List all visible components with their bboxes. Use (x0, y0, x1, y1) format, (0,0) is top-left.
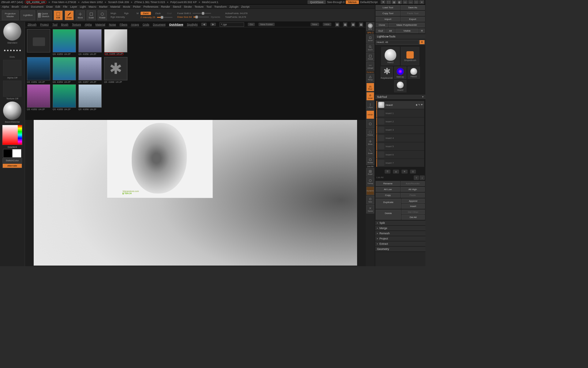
copy-subtool-button[interactable]: Copy (376, 193, 400, 197)
move-down-button[interactable]: ↓ (420, 175, 425, 180)
move-up-button[interactable]: ↑ (414, 175, 419, 180)
lightbox-button[interactable]: LightBox (21, 10, 35, 20)
thumb-item[interactable] (27, 29, 50, 56)
browser-tab-noise[interactable]: Noise (109, 23, 116, 26)
document[interactable]: 3dscanstore.com▮ TEN 24 (34, 120, 357, 266)
menu-light[interactable]: Light (80, 5, 86, 8)
menu-stroke[interactable]: Stroke (184, 5, 192, 8)
thumb-item[interactable]: QS_41051_UH.ZP (27, 57, 50, 83)
goz-all-button[interactable]: All (386, 29, 395, 33)
browser-tab-tool[interactable]: Tool (52, 23, 58, 26)
persp-button[interactable]: Persp (366, 74, 374, 82)
draw-size-slider[interactable] (194, 17, 209, 17)
browser-tab-texture[interactable]: Texture (72, 23, 81, 26)
menu-brush[interactable]: Brush (12, 5, 19, 8)
browser-tab-project[interactable]: Project (40, 23, 49, 26)
make-polymesh-button[interactable]: Make PolyMesh3D (389, 23, 425, 27)
stroke-dots[interactable] (3, 46, 21, 55)
new-folder-button[interactable]: New Folder (258, 23, 275, 26)
frame-button[interactable]: Frame (366, 129, 374, 137)
tool-name[interactable]: Head2. 48 (376, 40, 419, 44)
subtool-row[interactable]: Insert 3 (376, 126, 424, 134)
seethrough-slider[interactable]: See-through 0 (327, 1, 345, 4)
menu-draw[interactable]: Draw (46, 5, 53, 8)
browser-next-button[interactable]: ▶ (210, 23, 216, 26)
brush-icon[interactable]: ✎ (418, 104, 420, 106)
dynamic-button[interactable]: Dynamic (366, 186, 374, 195)
rotate-nav-button[interactable]: Rotate (366, 156, 374, 165)
down-all-button[interactable]: ⇊ (410, 170, 416, 174)
thumb-item[interactable]: QS_41057_UH.ZP (78, 57, 102, 83)
insert-button[interactable]: Insert (401, 204, 425, 209)
brush-preview[interactable] (3, 22, 21, 41)
menu-color[interactable]: Color (22, 5, 28, 8)
menu-transform[interactable]: Transform (214, 5, 227, 8)
move-mode-button[interactable]: Move (76, 10, 85, 20)
draw-mode-button[interactable]: Draw (65, 10, 74, 20)
del-all-button[interactable]: Del All (401, 215, 425, 220)
z-intensity-slider[interactable] (157, 17, 172, 18)
view-list-icon[interactable]: ▦ (335, 22, 339, 27)
del-other-button[interactable]: Del Other (401, 210, 425, 214)
grid-icon[interactable]: ▦ (392, 0, 397, 4)
clone-button[interactable]: Clone (376, 23, 388, 27)
rename-button[interactable]: Rename (376, 181, 400, 186)
alternate-button[interactable]: Alternate (2, 163, 22, 168)
tool-head2c[interactable]: Head2 (394, 80, 406, 92)
lightbox-tools-header[interactable]: Lightbox▸Tools (375, 34, 425, 39)
geometry-header[interactable]: Geometry (375, 246, 425, 252)
polyf-button[interactable]: PolyF (366, 168, 374, 177)
section-remesh[interactable]: Remesh (375, 231, 425, 236)
scroll-button[interactable]: Scroll (366, 34, 374, 43)
switch-color-button[interactable]: SwitchColor (2, 158, 22, 163)
actual-button[interactable]: Actual (366, 53, 374, 61)
tool-head2b[interactable]: Head2 (408, 67, 420, 79)
browser-tab-grids[interactable]: Grids (143, 23, 149, 26)
view-small-icon[interactable]: ▦ (343, 22, 347, 27)
menu-render[interactable]: Render (161, 5, 170, 8)
browser-tab-brush[interactable]: Brush (61, 23, 69, 26)
load-tool-button[interactable]: Load Tool (376, 5, 400, 10)
layout-icon[interactable]: ◧ (397, 0, 402, 4)
visibility-icon[interactable]: 👁 (421, 104, 423, 106)
browser-tab-quicksave[interactable]: QuickSave (169, 23, 183, 26)
menu-zscript[interactable]: Zscript (241, 5, 250, 8)
subtool-row[interactable]: Insert 4 (376, 134, 424, 142)
browser-go-button[interactable]: Go (248, 23, 255, 26)
menu-marker[interactable]: Marker (99, 5, 107, 8)
thumb-item[interactable]: QS_41053_UH.ZP (53, 29, 76, 56)
projection-master-button[interactable]: Projection Master (2, 10, 19, 20)
tool-simplebrush[interactable]: SimpleBrush (401, 47, 419, 65)
menu-stencil[interactable]: Stencil (173, 5, 181, 8)
append-button[interactable]: Append (401, 199, 425, 203)
xpose-button[interactable]: Xpose (366, 205, 374, 213)
maximize-button[interactable]: □ (414, 0, 419, 4)
bpr-button[interactable]: BPR (366, 22, 374, 31)
xyz-button[interactable]: >XYZ< (366, 110, 374, 119)
zoom-button[interactable]: Zoom (366, 44, 374, 52)
menu-picker[interactable]: Picker (133, 5, 141, 8)
view-huge-icon[interactable]: ▦ (359, 22, 363, 27)
all-low-button[interactable]: All Low (376, 187, 400, 192)
rotate-mode-button[interactable]: Rotate (98, 10, 107, 20)
menus-button[interactable]: Menus (346, 0, 359, 4)
paste-subtool-button[interactable]: Paste (401, 193, 425, 197)
menu-macro[interactable]: Macro (89, 5, 96, 8)
section-merge[interactable]: Merge (375, 225, 425, 231)
aahalf-button[interactable]: AAHalf (366, 62, 374, 71)
menu-document[interactable]: Document (31, 5, 43, 8)
subtool-row[interactable]: Insert 2 (376, 117, 424, 125)
texture-slot[interactable] (3, 81, 21, 97)
browser-tab-fibers[interactable]: Fibers (120, 23, 127, 26)
minimize-button[interactable]: — (408, 0, 413, 4)
material-preview[interactable] (3, 102, 21, 120)
view-large-icon[interactable]: ▦ (351, 22, 355, 27)
subtool-row[interactable]: Insert 5 (376, 142, 424, 150)
tool-matcap[interactable]: MatCap (394, 67, 406, 79)
expand-icon[interactable]: ⛶ (386, 0, 391, 4)
thumb-item[interactable]: QS_41052_UH.ZP (27, 84, 50, 110)
duplicate-button[interactable]: Duplicate (376, 199, 401, 209)
browser-tab-spotlight[interactable]: Spotlight (187, 23, 198, 26)
section-extract[interactable]: Extract (375, 241, 425, 246)
thumb-item[interactable]: QS_41055_UH.ZP (53, 84, 76, 110)
